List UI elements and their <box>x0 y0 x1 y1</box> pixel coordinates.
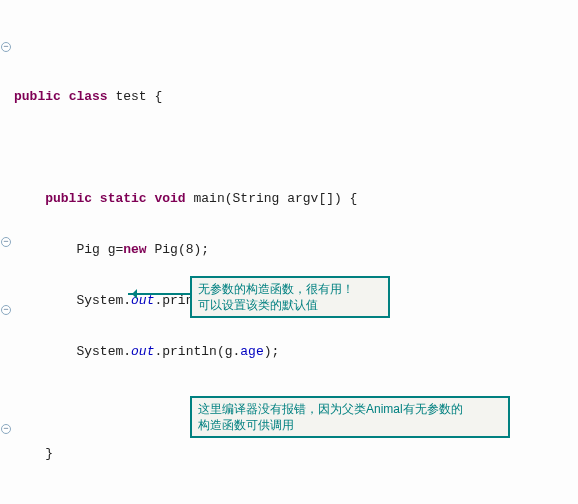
code-line[interactable]: Pig g=new Pig(8); <box>14 241 578 258</box>
annotation-text: 构造函数可供调用 <box>198 417 502 433</box>
annotation-box: 这里编译器没有报错，因为父类Animal有无参数的 构造函数可供调用 <box>190 396 510 438</box>
code-editor[interactable]: − − − − public class test { public stati… <box>0 0 578 504</box>
annotation-text: 可以设置该类的默认值 <box>198 297 382 313</box>
fold-icon[interactable]: − <box>1 305 11 315</box>
fold-icon[interactable]: − <box>1 424 11 434</box>
annotation-text: 这里编译器没有报错，因为父类Animal有无参数的 <box>198 401 502 417</box>
annotation-text: 无参数的构造函数，很有用！ <box>198 281 382 297</box>
code-line[interactable]: public static void main(String argv[]) { <box>14 190 578 207</box>
fold-icon[interactable]: − <box>1 237 11 247</box>
code-line[interactable]: System.out.println(g.age); <box>14 343 578 360</box>
fold-gutter: − − − − <box>0 3 12 105</box>
code-line[interactable] <box>14 496 578 504</box>
code-line[interactable] <box>14 139 578 156</box>
code-line[interactable]: } <box>14 445 578 462</box>
fold-icon[interactable]: − <box>1 42 11 52</box>
annotation-box: 无参数的构造函数，很有用！ 可以设置该类的默认值 <box>190 276 390 318</box>
arrow-icon <box>128 293 190 295</box>
code-line[interactable]: public class test { <box>14 88 578 105</box>
